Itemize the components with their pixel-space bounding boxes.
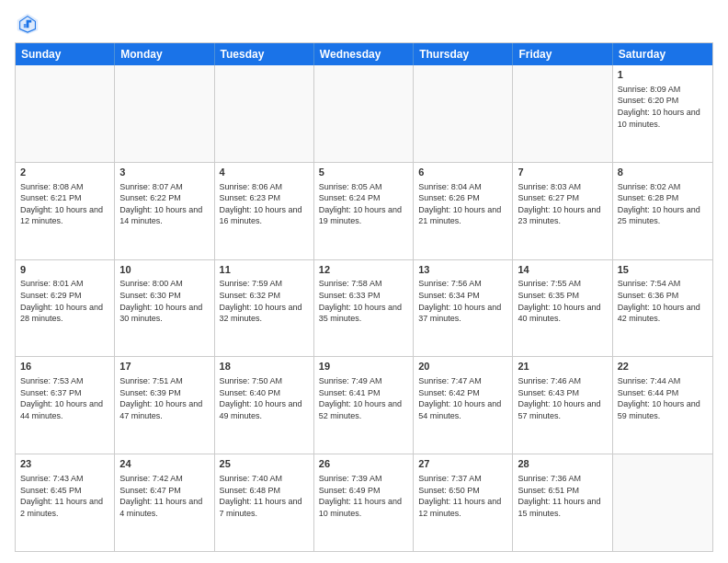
day-info: Sunrise: 7:59 AM Sunset: 6:32 PM Dayligh…	[220, 278, 309, 324]
day-info: Sunrise: 7:47 AM Sunset: 6:42 PM Dayligh…	[418, 375, 507, 421]
calendar-cell: 26Sunrise: 7:39 AM Sunset: 6:49 PM Dayli…	[314, 454, 414, 551]
day-number: 3	[119, 166, 209, 179]
day-info: Sunrise: 8:09 AM Sunset: 6:20 PM Dayligh…	[618, 84, 708, 130]
calendar-cell: 22Sunrise: 7:44 AM Sunset: 6:44 PM Dayli…	[613, 357, 712, 454]
calendar-cell	[215, 65, 314, 162]
day-info: Sunrise: 8:00 AM Sunset: 6:30 PM Dayligh…	[119, 278, 209, 324]
calendar-cell	[115, 65, 214, 162]
calendar-week-row: 2Sunrise: 8:08 AM Sunset: 6:21 PM Daylig…	[16, 162, 712, 259]
day-number: 24	[119, 457, 209, 471]
calendar-cell: 2Sunrise: 8:08 AM Sunset: 6:21 PM Daylig…	[16, 163, 115, 259]
day-info: Sunrise: 7:43 AM Sunset: 6:45 PM Dayligh…	[20, 473, 109, 519]
calendar-cell	[613, 454, 712, 551]
calendar-cell: 7Sunrise: 8:03 AM Sunset: 6:27 PM Daylig…	[513, 163, 612, 259]
day-number: 6	[418, 166, 507, 179]
calendar-header-cell: Sunday	[16, 43, 115, 65]
calendar-cell: 8Sunrise: 8:02 AM Sunset: 6:28 PM Daylig…	[613, 163, 712, 259]
day-number: 28	[518, 457, 607, 471]
calendar-cell: 3Sunrise: 8:07 AM Sunset: 6:22 PM Daylig…	[115, 163, 214, 259]
day-info: Sunrise: 7:58 AM Sunset: 6:33 PM Dayligh…	[319, 278, 408, 324]
day-info: Sunrise: 8:02 AM Sunset: 6:28 PM Dayligh…	[618, 181, 708, 227]
calendar-cell: 11Sunrise: 7:59 AM Sunset: 6:32 PM Dayli…	[215, 260, 314, 357]
day-number: 19	[319, 360, 408, 373]
calendar-header-row: SundayMondayTuesdayWednesdayThursdayFrid…	[16, 43, 712, 65]
calendar-header-cell: Monday	[115, 43, 214, 65]
day-number: 18	[220, 360, 309, 373]
calendar-week-row: 16Sunrise: 7:53 AM Sunset: 6:37 PM Dayli…	[16, 356, 712, 454]
page: SundayMondayTuesdayWednesdayThursdayFrid…	[0, 0, 728, 563]
day-number: 7	[518, 166, 607, 179]
calendar: SundayMondayTuesdayWednesdayThursdayFrid…	[15, 42, 713, 552]
day-info: Sunrise: 8:01 AM Sunset: 6:29 PM Dayligh…	[20, 278, 109, 324]
calendar-header-cell: Saturday	[613, 43, 712, 65]
calendar-cell: 21Sunrise: 7:46 AM Sunset: 6:43 PM Dayli…	[513, 357, 612, 454]
calendar-cell	[16, 65, 115, 162]
calendar-header-cell: Tuesday	[215, 43, 314, 65]
day-number: 2	[20, 166, 109, 179]
calendar-cell: 9Sunrise: 8:01 AM Sunset: 6:29 PM Daylig…	[16, 260, 115, 357]
day-number: 1	[618, 68, 708, 82]
day-info: Sunrise: 8:06 AM Sunset: 6:23 PM Dayligh…	[220, 181, 309, 227]
day-info: Sunrise: 7:39 AM Sunset: 6:49 PM Dayligh…	[319, 473, 408, 519]
day-number: 9	[20, 263, 109, 277]
calendar-cell: 15Sunrise: 7:54 AM Sunset: 6:36 PM Dayli…	[613, 260, 712, 357]
day-number: 12	[319, 263, 408, 277]
day-info: Sunrise: 8:04 AM Sunset: 6:26 PM Dayligh…	[418, 181, 507, 227]
day-number: 26	[319, 457, 408, 471]
calendar-cell: 13Sunrise: 7:56 AM Sunset: 6:34 PM Dayli…	[414, 260, 513, 357]
calendar-week-row: 9Sunrise: 8:01 AM Sunset: 6:29 PM Daylig…	[16, 259, 712, 357]
calendar-header-cell: Wednesday	[314, 43, 414, 65]
day-info: Sunrise: 7:51 AM Sunset: 6:39 PM Dayligh…	[119, 375, 209, 421]
calendar-cell	[314, 65, 414, 162]
calendar-cell: 17Sunrise: 7:51 AM Sunset: 6:39 PM Dayli…	[115, 357, 214, 454]
calendar-cell: 25Sunrise: 7:40 AM Sunset: 6:48 PM Dayli…	[215, 454, 314, 551]
day-number: 20	[418, 360, 507, 373]
calendar-cell: 5Sunrise: 8:05 AM Sunset: 6:24 PM Daylig…	[314, 163, 414, 259]
calendar-week-row: 23Sunrise: 7:43 AM Sunset: 6:45 PM Dayli…	[16, 454, 712, 551]
calendar-cell	[414, 65, 513, 162]
day-number: 13	[418, 263, 507, 277]
day-number: 11	[220, 263, 309, 277]
calendar-header-cell: Thursday	[414, 43, 513, 65]
day-number: 21	[518, 360, 607, 373]
day-info: Sunrise: 7:55 AM Sunset: 6:35 PM Dayligh…	[518, 278, 607, 324]
calendar-cell: 24Sunrise: 7:42 AM Sunset: 6:47 PM Dayli…	[115, 454, 214, 551]
day-info: Sunrise: 7:44 AM Sunset: 6:44 PM Dayligh…	[618, 375, 708, 421]
calendar-cell: 4Sunrise: 8:06 AM Sunset: 6:23 PM Daylig…	[215, 163, 314, 259]
calendar-cell: 27Sunrise: 7:37 AM Sunset: 6:50 PM Dayli…	[414, 454, 513, 551]
calendar-body: 1Sunrise: 8:09 AM Sunset: 6:20 PM Daylig…	[16, 65, 712, 551]
day-number: 27	[418, 457, 507, 471]
day-info: Sunrise: 7:36 AM Sunset: 6:51 PM Dayligh…	[518, 473, 607, 519]
day-info: Sunrise: 7:40 AM Sunset: 6:48 PM Dayligh…	[220, 473, 309, 519]
logo	[15, 11, 44, 37]
calendar-header-cell: Friday	[513, 43, 612, 65]
day-info: Sunrise: 8:03 AM Sunset: 6:27 PM Dayligh…	[518, 181, 607, 227]
day-number: 17	[119, 360, 209, 373]
calendar-cell: 16Sunrise: 7:53 AM Sunset: 6:37 PM Dayli…	[16, 357, 115, 454]
day-number: 8	[618, 166, 708, 179]
calendar-cell: 20Sunrise: 7:47 AM Sunset: 6:42 PM Dayli…	[414, 357, 513, 454]
day-number: 5	[319, 166, 408, 179]
day-number: 10	[119, 263, 209, 277]
calendar-week-row: 1Sunrise: 8:09 AM Sunset: 6:20 PM Daylig…	[16, 65, 712, 162]
day-number: 22	[618, 360, 708, 373]
day-info: Sunrise: 7:37 AM Sunset: 6:50 PM Dayligh…	[418, 473, 507, 519]
calendar-cell: 6Sunrise: 8:04 AM Sunset: 6:26 PM Daylig…	[414, 163, 513, 259]
day-number: 23	[20, 457, 109, 471]
day-info: Sunrise: 8:05 AM Sunset: 6:24 PM Dayligh…	[319, 181, 408, 227]
day-info: Sunrise: 7:56 AM Sunset: 6:34 PM Dayligh…	[418, 278, 507, 324]
calendar-cell: 1Sunrise: 8:09 AM Sunset: 6:20 PM Daylig…	[613, 65, 712, 162]
header	[15, 11, 713, 37]
day-info: Sunrise: 7:53 AM Sunset: 6:37 PM Dayligh…	[20, 375, 109, 421]
calendar-cell: 18Sunrise: 7:50 AM Sunset: 6:40 PM Dayli…	[215, 357, 314, 454]
day-number: 25	[220, 457, 309, 471]
calendar-cell: 28Sunrise: 7:36 AM Sunset: 6:51 PM Dayli…	[513, 454, 612, 551]
logo-icon	[15, 11, 40, 37]
calendar-cell: 12Sunrise: 7:58 AM Sunset: 6:33 PM Dayli…	[314, 260, 414, 357]
day-info: Sunrise: 7:42 AM Sunset: 6:47 PM Dayligh…	[119, 473, 209, 519]
calendar-cell: 10Sunrise: 8:00 AM Sunset: 6:30 PM Dayli…	[115, 260, 214, 357]
calendar-cell: 14Sunrise: 7:55 AM Sunset: 6:35 PM Dayli…	[513, 260, 612, 357]
calendar-cell: 19Sunrise: 7:49 AM Sunset: 6:41 PM Dayli…	[314, 357, 414, 454]
day-number: 15	[618, 263, 708, 277]
day-info: Sunrise: 7:54 AM Sunset: 6:36 PM Dayligh…	[618, 278, 708, 324]
